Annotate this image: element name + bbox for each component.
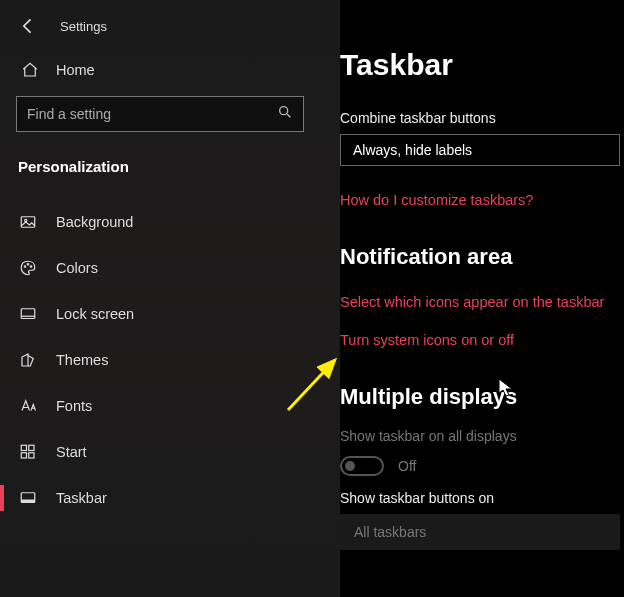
sidebar-item-lockscreen[interactable]: Lock screen (0, 291, 340, 337)
lockscreen-icon (18, 304, 38, 324)
home-icon (20, 60, 40, 80)
home-nav: Home (0, 48, 340, 92)
sidebar-label: Fonts (56, 398, 92, 414)
combine-value: Always, hide labels (353, 142, 472, 158)
picture-icon (18, 212, 38, 232)
search-wrap (0, 92, 340, 146)
palette-icon (18, 258, 38, 278)
header-row: Settings (0, 0, 340, 48)
svg-point-0 (280, 107, 288, 115)
combine-dropdown[interactable]: Always, hide labels (340, 134, 620, 166)
search-icon (277, 104, 293, 124)
svg-point-3 (24, 266, 26, 268)
svg-point-5 (30, 266, 32, 268)
svg-rect-7 (21, 445, 26, 450)
subnav: Background Colors Lock screen (0, 195, 340, 521)
sidebar-label: Colors (56, 260, 98, 276)
show-all-label: Show taskbar on all displays (340, 428, 624, 452)
multi-heading: Multiple displays (340, 354, 624, 428)
combine-label: Combine taskbar buttons (340, 110, 624, 134)
show-buttons-value: All taskbars (354, 524, 426, 540)
sidebar-item-start[interactable]: Start (0, 429, 340, 475)
sidebar-label: Lock screen (56, 306, 134, 322)
taskbar-icon (18, 488, 38, 508)
toggle-row: Off (340, 452, 624, 490)
search-input[interactable] (27, 106, 277, 122)
back-arrow-icon[interactable] (18, 16, 38, 36)
sidebar-label: Themes (56, 352, 108, 368)
svg-rect-12 (21, 500, 35, 503)
page-title: Taskbar (340, 48, 624, 110)
svg-rect-10 (29, 453, 34, 458)
nav-home[interactable]: Home (16, 48, 324, 92)
toggle-state: Off (398, 458, 416, 474)
svg-rect-6 (21, 309, 35, 319)
show-all-toggle[interactable] (340, 456, 384, 476)
app-title: Settings (60, 19, 107, 34)
sidebar-label: Taskbar (56, 490, 107, 506)
start-icon (18, 442, 38, 462)
category-title: Personalization (0, 146, 340, 195)
show-buttons-dropdown[interactable]: All taskbars (340, 514, 620, 550)
customize-link[interactable]: How do I customize taskbars? (340, 186, 624, 214)
svg-rect-8 (29, 445, 34, 450)
themes-icon (18, 350, 38, 370)
show-buttons-label: Show taskbar buttons on (340, 490, 624, 514)
system-icons-link[interactable]: Turn system icons on or off (340, 326, 624, 354)
svg-rect-1 (21, 217, 35, 228)
sidebar-item-fonts[interactable]: Fonts (0, 383, 340, 429)
fonts-icon (18, 396, 38, 416)
sidebar-label: Start (56, 444, 87, 460)
notification-heading: Notification area (340, 214, 624, 288)
svg-point-4 (27, 264, 29, 266)
sidebar-item-background[interactable]: Background (0, 199, 340, 245)
sidebar-item-colors[interactable]: Colors (0, 245, 340, 291)
sidebar-item-themes[interactable]: Themes (0, 337, 340, 383)
search-box[interactable] (16, 96, 304, 132)
select-icons-link[interactable]: Select which icons appear on the taskbar (340, 288, 624, 316)
svg-rect-9 (21, 453, 26, 458)
sidebar-label: Background (56, 214, 133, 230)
sidebar-item-taskbar[interactable]: Taskbar (0, 475, 340, 521)
settings-sidebar: Settings Home Personalization (0, 0, 340, 597)
main-panel: Taskbar Combine taskbar buttons Always, … (340, 0, 624, 597)
nav-home-label: Home (56, 62, 95, 78)
